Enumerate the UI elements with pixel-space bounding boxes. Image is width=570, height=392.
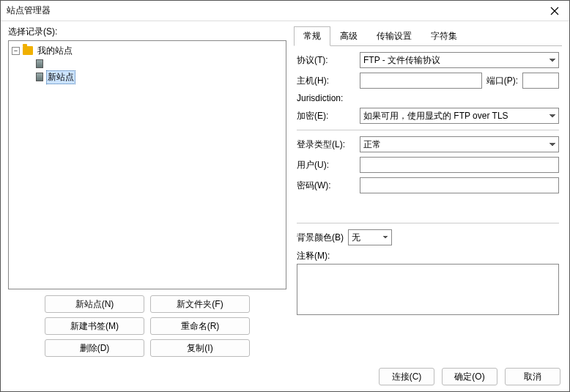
protocol-label: 协议(T): (297, 54, 355, 67)
general-form: 协议(T): FTP - 文件传输协议 主机(H): 端口(P): Jurisd… (294, 46, 562, 317)
site-actions: 新站点(N) 新文件夹(F) 新建书签(M) 重命名(R) 删除(D) 复制(I… (45, 295, 250, 357)
logon-type-label: 登录类型(L): (297, 138, 355, 151)
connect-button[interactable]: 连接(C) (379, 368, 434, 385)
left-panel: 选择记录(S): − 我的站点 新站点 新站点(N) 新文件夹(F) 新建书签(… (8, 26, 286, 357)
tab-advanced[interactable]: 高级 (330, 26, 367, 46)
tab-transfer[interactable]: 传输设置 (367, 26, 421, 46)
window-title: 站点管理器 (7, 4, 540, 17)
tab-bar: 常规 高级 传输设置 字符集 (294, 26, 562, 46)
password-label: 密码(W): (297, 180, 355, 192)
tree-item-label: 新站点 (46, 70, 75, 84)
rename-button[interactable]: 重命名(R) (150, 317, 250, 335)
tab-charset[interactable]: 字符集 (421, 26, 467, 46)
delete-button[interactable]: 删除(D) (45, 339, 144, 357)
tree-item-selected[interactable]: 新站点 (12, 70, 283, 84)
bgcolor-select[interactable]: 无 (348, 229, 392, 245)
site-icon (36, 73, 43, 81)
select-record-label: 选择记录(S): (8, 26, 286, 38)
logon-type-select[interactable]: 正常 (360, 136, 559, 152)
close-icon (550, 7, 559, 15)
right-panel: 常规 高级 传输设置 字符集 协议(T): FTP - 文件传输协议 主机(H)… (294, 26, 562, 357)
encryption-label: 加密(E): (297, 110, 355, 122)
titlebar: 站点管理器 (1, 1, 569, 21)
comment-label: 注释(M): (297, 250, 330, 262)
comment-textarea[interactable] (297, 264, 559, 315)
collapse-icon[interactable]: − (12, 47, 20, 55)
encryption-select[interactable]: 如果可用，使用显式的 FTP over TLS (360, 108, 559, 124)
folder-icon (23, 46, 33, 55)
password-input[interactable] (360, 177, 559, 193)
separator (297, 223, 559, 223)
tree-root-row[interactable]: − 我的站点 (12, 44, 283, 57)
new-folder-button[interactable]: 新文件夹(F) (150, 295, 250, 313)
site-tree[interactable]: − 我的站点 新站点 (8, 40, 286, 289)
tab-general[interactable]: 常规 (294, 26, 330, 46)
tree-root-label: 我的站点 (36, 45, 74, 57)
user-input[interactable] (360, 157, 559, 173)
jurisdiction-label: Jurisdiction: (297, 93, 343, 103)
new-site-button[interactable]: 新站点(N) (45, 295, 144, 313)
tree-item[interactable] (12, 57, 283, 70)
port-label: 端口(P): (486, 75, 518, 87)
protocol-select[interactable]: FTP - 文件传输协议 (360, 52, 559, 68)
bgcolor-label: 背景颜色(B) (297, 232, 344, 244)
ok-button[interactable]: 确定(O) (442, 368, 497, 385)
new-bookmark-button[interactable]: 新建书签(M) (45, 317, 144, 335)
copy-button[interactable]: 复制(I) (150, 339, 250, 357)
host-input[interactable] (360, 73, 482, 89)
site-icon (36, 59, 43, 68)
cancel-button[interactable]: 取消 (505, 368, 560, 385)
dialog-footer: 连接(C) 确定(O) 取消 (379, 368, 560, 385)
close-button[interactable] (540, 1, 569, 21)
separator (297, 130, 559, 130)
user-label: 用户(U): (297, 159, 355, 171)
port-input[interactable] (522, 73, 559, 89)
host-label: 主机(H): (297, 75, 355, 87)
